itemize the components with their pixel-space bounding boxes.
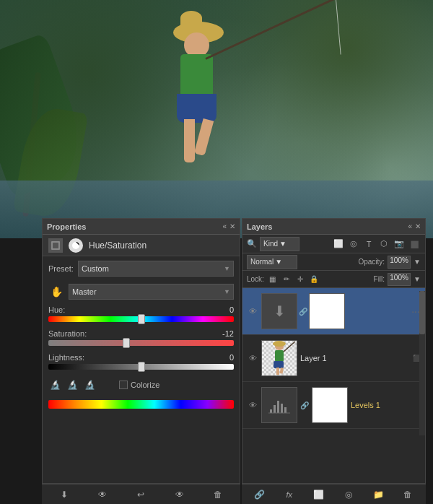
eyedropper-minus-btn[interactable]: 🔬 [83,378,96,391]
skirt [177,94,216,123]
layers-titlebar: Layers « ✕ [242,219,425,235]
leg-left [184,119,195,162]
hue-thumb[interactable] [138,314,145,324]
kind-arrow: ▼ [279,240,287,248]
saturation-track[interactable] [48,340,234,346]
preset-label: Preset: [48,264,74,273]
layer-item-mask[interactable]: 👁 ⬇ 🔗 ··· [242,288,425,335]
prop-toolbar-eye-btn[interactable]: 👁 [95,487,110,503]
hue-track[interactable] [48,316,234,322]
hs-icon2 [69,238,83,253]
prop-toolbar-reset-btn[interactable]: ↩ [133,487,149,503]
prop-toolbar-add-btn[interactable]: ⬇ [56,487,72,503]
layers-collapse-btn[interactable]: « [408,222,412,230]
layers-filter-bar: 🔍 Kind ▼ ⬜ ◎ T ⬡ 📷 ◼ [242,235,425,253]
layer-visibility-mask[interactable]: 👁 [247,305,258,317]
filter-adjust-icon[interactable]: ◎ [347,238,360,251]
layers-close-btn[interactable]: ✕ [415,222,421,230]
kind-label: Kind [263,240,278,248]
properties-controls: « ✕ [222,222,235,230]
layers-controls: « ✕ [408,222,421,230]
layers-scrollbar-thumb[interactable] [419,291,425,334]
channel-dropdown-arrow: ▼ [224,288,230,295]
layers-link-btn[interactable]: 🔗 [252,487,268,503]
filter-pixel-icon[interactable]: ⬜ [332,238,345,251]
layer-img-1 [262,341,297,375]
svg-rect-12 [276,368,279,375]
layer-item-levels[interactable]: 👁 🔗 Levels 1 [242,382,425,429]
channel-dropdown[interactable]: Master ▼ [69,284,234,300]
colorize-checkbox[interactable] [119,381,128,389]
properties-title: Properties [47,222,86,231]
saturation-label: Saturation: [48,329,87,338]
layer-visibility-levels[interactable]: 👁 [247,399,258,411]
channel-row: ✋ Master ▼ [43,281,240,303]
svg-point-9 [273,341,286,347]
svg-rect-1 [53,243,58,248]
filter-smart-icon[interactable]: 📷 [393,238,406,251]
fill-label: Fill: [374,275,385,283]
saturation-value: -12 [216,329,234,338]
fill-dropdown-arrow[interactable]: ▼ [414,275,421,283]
layers-group-btn[interactable]: 📁 [370,487,386,503]
properties-header: Hue/Saturation [43,235,240,256]
opacity-dropdown-arrow[interactable]: ▼ [414,258,421,266]
filter-shape-icon[interactable]: ⬡ [377,238,390,251]
layer-chain-levels: 🔗 [300,401,309,409]
layer-name-levels: Levels 1 [351,401,421,409]
layer-icon-mask: ⬇ [261,293,297,329]
kind-dropdown[interactable]: Kind ▼ [260,237,299,251]
rainbow-container [43,396,240,413]
preset-row: Preset: Custom ▼ [43,256,240,281]
lock-pixel-icon[interactable]: ▦ [267,274,279,285]
girl-figure [166,22,231,181]
layer-mask-levels [312,387,348,423]
svg-rect-17 [274,405,276,413]
lock-all-icon[interactable]: 🔒 [308,274,320,285]
lock-move-icon[interactable]: ✛ [294,274,306,285]
filter-text-icon[interactable]: T [362,238,375,251]
layer-item-1[interactable]: 👁 [242,335,425,382]
colorize-label: Colorize [131,381,159,389]
properties-bottom-toolbar: ⬇ 👁 ↩ 👁 🗑 [42,484,240,504]
eyedropper-plus-btn[interactable]: 🔬 [66,378,79,391]
layers-scrollbar[interactable] [419,291,425,435]
layers-adjust-btn[interactable]: ◎ [341,487,357,503]
layers-delete-btn[interactable]: 🗑 [400,487,416,503]
blend-arrow: ▼ [275,258,282,266]
properties-close-btn[interactable]: ✕ [229,222,235,230]
svg-rect-10 [275,350,284,362]
lightness-label: Lightness: [48,353,84,362]
prop-toolbar-visibility-btn[interactable]: 👁 [172,487,188,503]
hs-title: Hue/Saturation [89,240,146,251]
hand-tool-icon[interactable]: ✋ [48,284,64,300]
colorize-row: Colorize [119,381,159,389]
lightness-thumb[interactable] [138,362,145,372]
preset-dropdown[interactable]: Custom ▼ [78,261,234,277]
layers-mask-btn[interactable]: ⬜ [311,487,327,503]
prop-toolbar-delete-btn[interactable]: 🗑 [210,487,226,503]
lock-paint-icon[interactable]: ✏ [281,274,292,285]
layers-fx-btn[interactable]: fx [281,487,297,503]
hs-icon [48,238,63,253]
svg-rect-11 [274,361,284,368]
blend-mode-dropdown[interactable]: Normal ▼ [247,255,297,269]
filter-icons: ⬜ ◎ T ⬡ 📷 ◼ [332,238,421,251]
fill-input[interactable]: 100% [388,273,411,286]
preset-dropdown-arrow: ▼ [224,265,230,272]
lock-fill-row: Lock: ▦ ✏ ✛ 🔒 Fill: 100% ▼ [242,271,425,288]
layers-search-icon: 🔍 [247,239,257,248]
layer-visibility-1[interactable]: 👁 [247,352,258,364]
preset-value: Custom [82,264,109,273]
fill-value: 100% [390,274,408,282]
rainbow-bar [48,400,234,409]
eyedropper-row: 🔬 🔬 🔬 Colorize [43,374,240,396]
saturation-thumb[interactable] [123,338,130,348]
hue-row: Hue: 0 [43,303,240,326]
layer-thumbnail-1 [261,340,297,376]
properties-collapse-btn[interactable]: « [222,222,227,230]
eyedropper-btn[interactable]: 🔬 [48,378,61,391]
lightness-track[interactable] [48,364,234,370]
filter-toggle[interactable]: ◼ [408,238,421,251]
opacity-input[interactable]: 100% [388,256,411,269]
